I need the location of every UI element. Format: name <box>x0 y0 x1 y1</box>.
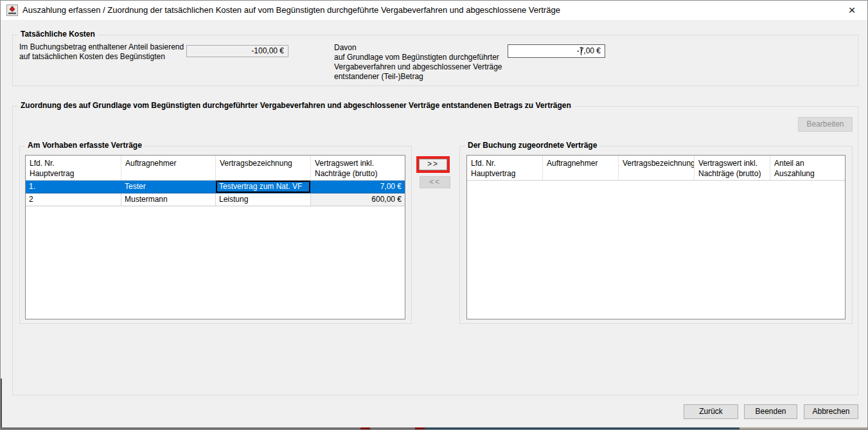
cell-auftragnehmer[interactable]: Mustermann <box>121 193 216 206</box>
column-header[interactable]: Anteil an Auszahlung <box>770 156 845 181</box>
assigned-contracts-group-title: Der Buchung zugeordnete Verträge <box>465 141 599 150</box>
column-header[interactable]: Vertragswert inkl. Nachträge (brutto) <box>311 156 405 181</box>
available-contracts-groupbox: Am Vorhaben erfasste Verträge Lfd. Nr. H… <box>19 146 412 324</box>
back-button[interactable]: Zurück <box>684 404 738 419</box>
assigned-contracts-groupbox: Der Buchung zugeordnete Verträge Lfd. Nr… <box>459 146 853 324</box>
available-contracts-table: Lfd. Nr. Hauptvertrag Auftragnehmer Vert… <box>25 155 405 319</box>
cell-nr[interactable]: 2 <box>26 193 121 206</box>
cell-vertragsbezeichnung[interactable]: Leistung <box>216 193 311 206</box>
column-header[interactable]: Auftragnehmer <box>121 156 216 181</box>
cell-vertragswert[interactable]: 600,00 € <box>311 193 405 206</box>
background-window-edge <box>1 427 868 429</box>
actual-costs-left-label: Im Buchungsbetrag enthaltener Anteil bas… <box>19 42 199 62</box>
cell-vertragsbezeichnung[interactable]: Testvertrag zum Nat. VF <box>216 181 311 193</box>
actual-costs-groupbox: Tatsächliche Kosten Im Buchungsbetrag en… <box>12 35 858 86</box>
dialog-window: Auszahlung erfassen / Zuordnung der tats… <box>0 0 868 430</box>
available-contracts-group-title: Am Vorhaben erfasste Verträge <box>25 141 145 150</box>
column-header[interactable]: Vertragswert inkl. Nachträge (brutto) <box>695 156 770 181</box>
column-header[interactable]: Auftragnehmer <box>543 156 619 181</box>
close-icon[interactable]: × <box>842 1 862 20</box>
window-title: Auszahlung erfassen / Zuordnung der tats… <box>22 1 560 20</box>
column-header[interactable]: Lfd. Nr. Hauptvertrag <box>26 156 121 181</box>
cell-nr[interactable]: 1. <box>26 181 121 193</box>
background-window-edge <box>1 379 2 430</box>
titlebar: Auszahlung erfassen / Zuordnung der tats… <box>1 1 867 20</box>
column-header[interactable]: Vertragsbezeichnung <box>216 156 311 181</box>
table-header-row: Lfd. Nr. Hauptvertrag Auftragnehmer Vert… <box>26 156 405 181</box>
table-row[interactable]: 1. Tester Testvertrag zum Nat. VF 7,00 € <box>26 181 405 193</box>
column-header[interactable]: Lfd. Nr. Hauptvertrag <box>467 156 543 181</box>
actual-costs-right-label: Davon auf Grundlage vom Begünstigten dur… <box>334 43 520 82</box>
assignment-groupbox: Zuordnung des auf Grundlage vom Begünsti… <box>12 106 858 395</box>
assignment-group-title: Zuordnung des auf Grundlage vom Begünsti… <box>18 101 574 110</box>
cancel-button[interactable]: Abbrechen <box>804 404 858 419</box>
cell-vertragswert[interactable]: 7,00 € <box>311 181 405 193</box>
move-right-button[interactable]: >> <box>419 159 447 170</box>
table-row[interactable]: 2 Mustermann Leistung 600,00 € <box>26 193 405 206</box>
contract-amount-field[interactable]: -7,00 € <box>508 44 605 58</box>
app-icon <box>6 4 18 16</box>
finish-button[interactable]: Beenden <box>744 404 797 419</box>
actual-costs-total-field: -100,00 € <box>186 45 288 57</box>
edit-button[interactable]: Bearbeiten <box>798 117 853 132</box>
assigned-contracts-table: Lfd. Nr. Hauptvertrag Auftragnehmer Vert… <box>466 155 846 319</box>
table-header-row: Lfd. Nr. Hauptvertrag Auftragnehmer Vert… <box>467 156 845 181</box>
actual-costs-group-title: Tatsächliche Kosten <box>18 30 98 39</box>
cell-auftragnehmer[interactable]: Tester <box>121 181 216 193</box>
move-left-button[interactable]: << <box>420 176 450 188</box>
column-header[interactable]: Vertragsbezeichnung <box>619 156 695 181</box>
text-caret <box>581 47 581 55</box>
annotation-rectangle: >> <box>416 156 450 173</box>
